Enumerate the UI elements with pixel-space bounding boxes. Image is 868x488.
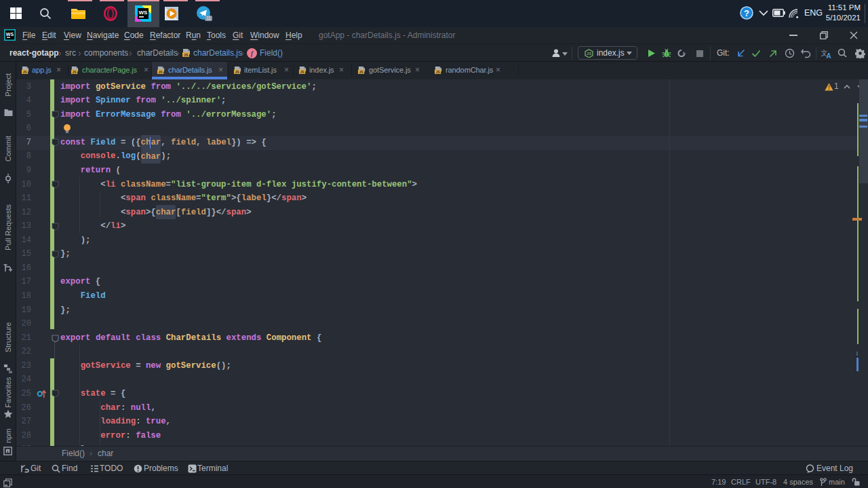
svg-text:?: ? — [744, 8, 749, 18]
svg-text:WS: WS — [6, 32, 14, 37]
svg-text:JS: JS — [435, 70, 440, 74]
svg-text:JS: JS — [587, 52, 591, 56]
svg-text:A: A — [827, 52, 831, 59]
svg-text:JS: JS — [359, 70, 363, 74]
svg-text:JS: JS — [184, 53, 189, 57]
svg-text:JS: JS — [158, 70, 163, 74]
svg-text:JS: JS — [235, 70, 239, 74]
svg-text:WS: WS — [139, 10, 149, 16]
svg-text:JS: JS — [72, 70, 77, 74]
svg-text:11: 11 — [206, 16, 211, 20]
svg-text:JS: JS — [22, 70, 27, 74]
svg-text:JS: JS — [300, 70, 304, 74]
